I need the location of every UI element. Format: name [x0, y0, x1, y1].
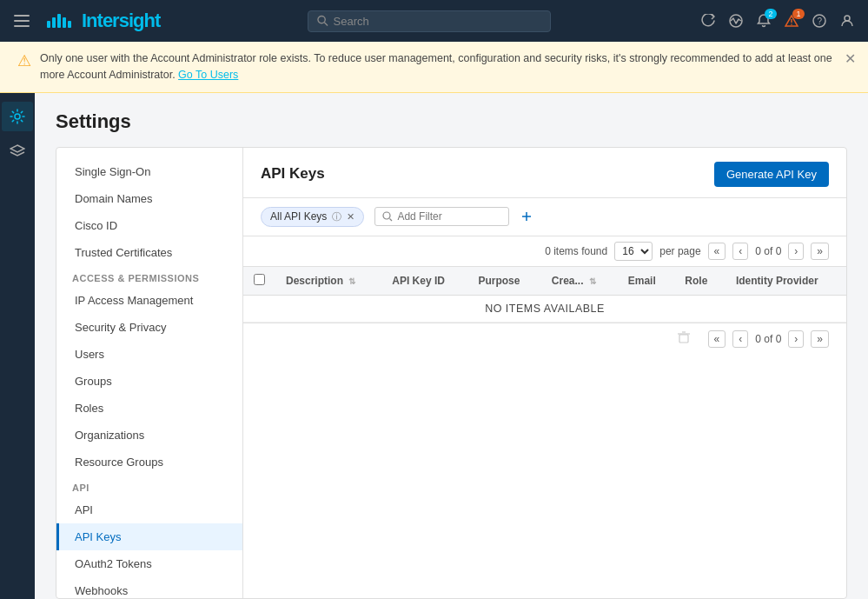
delete-icon	[677, 330, 691, 344]
prev-page-button[interactable]: ‹	[732, 243, 748, 260]
refresh-button[interactable]	[698, 10, 719, 31]
nav-trusted-certificates[interactable]: Trusted Certificates	[56, 239, 242, 266]
nav-api[interactable]: API	[56, 496, 242, 523]
search-box	[308, 10, 551, 32]
filter-search-box	[374, 207, 509, 226]
per-page-select[interactable]: 16 8 32 64	[614, 242, 653, 261]
pagination-info: 0 of 0	[755, 245, 781, 257]
bottom-next-page-button[interactable]: ›	[788, 330, 804, 348]
nav-section-access-permissions: Access & Permissions	[56, 266, 242, 287]
svg-point-11	[15, 114, 20, 119]
filter-tag-label: All API Keys	[270, 210, 327, 223]
filter-info-icon[interactable]: ⓘ	[332, 210, 341, 223]
api-keys-title: API Keys	[261, 165, 325, 183]
nav-security-privacy[interactable]: Security & Privacy	[56, 314, 242, 341]
cisco-icon	[47, 14, 71, 28]
nav-domain-names[interactable]: Domain Names	[56, 185, 242, 212]
nav-groups[interactable]: Groups	[56, 368, 242, 395]
svg-line-4	[324, 23, 328, 26]
app-name: Intersight	[82, 10, 160, 32]
alert-link[interactable]: Go To Users	[178, 69, 238, 81]
bottom-last-page-button[interactable]: »	[811, 330, 829, 348]
nav-organizations[interactable]: Organizations	[56, 422, 242, 449]
add-filter-icon	[521, 211, 532, 222]
settings-main: API Keys Generate API Key All API Keys ⓘ…	[243, 148, 846, 599]
filter-search-input[interactable]	[397, 210, 501, 223]
user-icon	[840, 14, 854, 28]
nav-single-sign-on[interactable]: Single Sign-On	[56, 158, 242, 185]
nav-webhooks[interactable]: Webhooks	[56, 577, 242, 599]
bottom-first-page-button[interactable]: «	[708, 330, 726, 348]
svg-point-13	[383, 212, 390, 219]
nav-roles[interactable]: Roles	[56, 395, 242, 422]
svg-rect-0	[14, 15, 30, 17]
nav-cisco-id[interactable]: Cisco ID	[56, 212, 242, 239]
topnav-left: Intersight	[10, 10, 160, 32]
settings-layout: Single Sign-On Domain Names Cisco ID Tru…	[56, 147, 847, 600]
first-page-button[interactable]: «	[708, 243, 726, 260]
col-api-key-id: API Key ID	[381, 267, 467, 296]
alerts-button[interactable]: 2	[753, 10, 774, 31]
alerts-badge: 2	[765, 9, 777, 19]
generate-api-key-button[interactable]: Generate API Key	[714, 162, 829, 187]
search-input[interactable]	[334, 15, 541, 28]
alert-close-button[interactable]: ✕	[845, 50, 856, 67]
menu-icon-button[interactable]	[10, 11, 33, 30]
per-page-label: per page	[659, 245, 700, 257]
col-description: Description ⇅	[275, 267, 381, 296]
items-found-label: 0 items found	[545, 245, 607, 257]
settings-icon	[10, 109, 25, 124]
cisco-bar-1	[47, 21, 50, 28]
help-icon: ?	[812, 14, 826, 28]
col-created: Crea... ⇅	[541, 267, 618, 296]
svg-rect-2	[14, 25, 30, 27]
alert-message: Only one user with the Account Administr…	[40, 50, 851, 83]
cisco-logo	[42, 12, 76, 30]
warnings-button[interactable]: 1	[781, 10, 802, 31]
search-icon	[317, 15, 328, 27]
table-header: Description ⇅ API Key ID Purpose Crea...…	[243, 267, 846, 296]
alert-warning-icon: ⚠	[17, 51, 31, 70]
cisco-bar-5	[68, 21, 71, 28]
filter-tag-close-button[interactable]: ✕	[347, 211, 354, 223]
bottom-delete-placeholder	[677, 330, 701, 347]
nav-api-keys[interactable]: API Keys	[56, 523, 242, 550]
health-button[interactable]	[726, 10, 746, 31]
sidebar-icon-settings[interactable]	[2, 102, 33, 131]
app-logo: Intersight	[42, 10, 160, 32]
nav-users[interactable]: Users	[56, 341, 242, 368]
nav-resource-groups[interactable]: Resource Groups	[56, 449, 242, 476]
bottom-prev-page-button[interactable]: ‹	[732, 330, 748, 348]
cisco-bar-3	[57, 14, 61, 28]
sort-description-icon[interactable]: ⇅	[348, 276, 355, 286]
health-icon	[729, 14, 743, 28]
settings-page: Settings Single Sign-On Domain Names Cis…	[35, 93, 868, 600]
table-body: NO ITEMS AVAILABLE	[243, 295, 846, 322]
help-button[interactable]: ?	[809, 10, 830, 31]
last-page-button[interactable]: »	[811, 243, 829, 260]
api-keys-header: API Keys Generate API Key	[243, 148, 846, 198]
select-all-col	[243, 267, 275, 296]
filters-row: All API Keys ⓘ ✕	[243, 198, 846, 236]
col-purpose: Purpose	[467, 267, 540, 296]
sidebar-icon-layers[interactable]	[2, 136, 33, 166]
page-title: Settings	[56, 110, 847, 133]
content-area: Settings Single Sign-On Domain Names Cis…	[35, 93, 868, 600]
settings-nav: Single Sign-On Domain Names Cisco ID Tru…	[56, 148, 243, 599]
user-button[interactable]	[837, 10, 858, 31]
refresh-icon	[701, 14, 715, 28]
search-area	[160, 10, 698, 32]
add-filter-button[interactable]	[516, 209, 537, 224]
svg-point-10	[845, 16, 850, 21]
nav-ip-access-management[interactable]: IP Access Management	[56, 287, 242, 314]
next-page-button[interactable]: ›	[788, 243, 804, 260]
stats-row: 0 items found 16 8 32 64 per page « ‹ 0 …	[243, 236, 846, 267]
select-all-checkbox[interactable]	[254, 274, 265, 285]
topnav-right: 2 1 ?	[698, 10, 858, 31]
nav-oauth2-tokens[interactable]: OAuth2 Tokens	[56, 550, 242, 577]
alert-banner: ⚠ Only one user with the Account Adminis…	[0, 42, 868, 93]
main-area: Settings Single Sign-On Domain Names Cis…	[0, 93, 868, 600]
svg-text:?: ?	[818, 17, 823, 26]
sort-created-icon[interactable]: ⇅	[589, 276, 596, 286]
warnings-badge: 1	[792, 9, 805, 19]
